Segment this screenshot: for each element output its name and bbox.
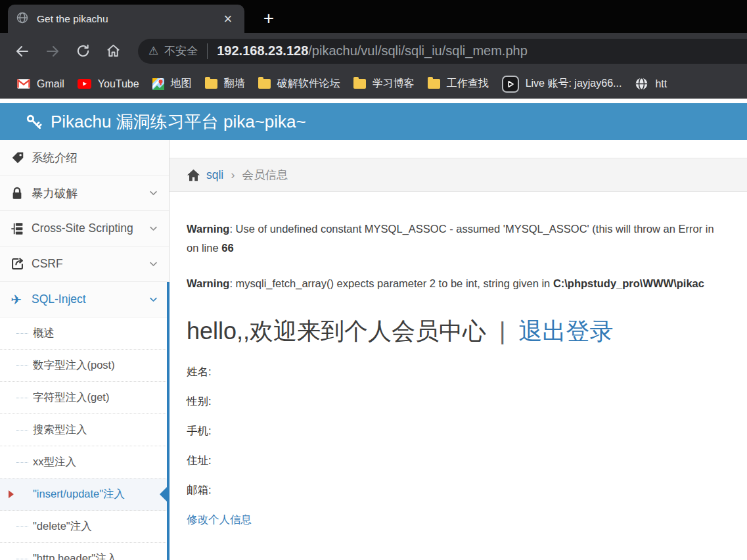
home-button[interactable]	[100, 38, 126, 64]
sidebar-item-xss[interactable]: Cross-Site Scripting	[0, 211, 169, 246]
breadcrumb: sqli › 会员信息	[170, 158, 747, 192]
bookmark-label: 翻墙	[224, 77, 245, 91]
main-content: sqli › 会员信息 Warning: Use of undefined co…	[170, 140, 747, 560]
site-title: Pikachu 漏洞练习平台 pika~pika~	[51, 110, 306, 133]
breadcrumb-current: 会员信息	[242, 167, 288, 183]
submenu-item-http-header[interactable]: "http header"注入	[0, 543, 169, 560]
current-item-arrow-icon	[9, 490, 14, 498]
submenu-item-label: 数字型注入(post)	[33, 358, 115, 373]
bookmark-http[interactable]: htt	[628, 74, 673, 95]
sidebar-item-csrf[interactable]: CSRF	[0, 246, 169, 282]
tag-icon	[11, 151, 32, 165]
home-icon[interactable]	[187, 169, 200, 181]
bookmark-label: 学习博客	[373, 77, 415, 91]
chevron-down-icon	[148, 259, 158, 269]
warning-keyword: Warning	[187, 223, 229, 235]
url-path: /pikachu/vul/sqli/sqli_iu/sqli_mem.php	[308, 43, 528, 58]
page-body: 系统介绍 暴力破解 Cross-Site Scripting	[0, 140, 747, 560]
php-warning-2: Warning: mysqli_fetch_array() expects pa…	[187, 274, 747, 293]
chevron-down-icon	[148, 223, 158, 233]
bookmark-crack-forum[interactable]: 破解软件论坛	[252, 74, 347, 95]
security-status[interactable]: 不安全	[164, 43, 198, 58]
tree-stub	[16, 365, 28, 366]
warning-text: : Use of undefined constant MYSQL_ASSOC …	[229, 223, 713, 235]
submenu-item-label: "delete"注入	[33, 519, 92, 534]
sql-inject-submenu: 概述 数字型注入(post) 字符型注入(get) 搜索型注入 xx型注入	[0, 317, 169, 560]
submenu-item-delete[interactable]: "delete"注入	[0, 511, 169, 543]
browser-tab[interactable]: Get the pikachu ×	[8, 5, 244, 33]
field-email: 邮箱:	[187, 483, 747, 498]
logout-link[interactable]: 退出登录	[518, 317, 613, 344]
bookmark-live-account[interactable]: Live 账号: jayjay66...	[495, 74, 629, 95]
bookmark-label: YouTube	[98, 78, 139, 90]
tree-stub	[16, 398, 28, 398]
forward-button[interactable]	[39, 38, 66, 64]
back-button[interactable]	[9, 38, 35, 64]
active-section-border	[167, 282, 170, 560]
chevron-down-icon	[148, 188, 158, 198]
url-text[interactable]: 192.168.23.128/pikachu/vul/sqli/sqli_iu/…	[217, 43, 528, 58]
sitemap-icon	[11, 222, 32, 235]
sidebar-item-system-intro[interactable]: 系统介绍	[0, 140, 169, 175]
submenu-item-insert-update[interactable]: "insert/update"注入	[0, 478, 169, 511]
sidebar-item-sql-inject[interactable]: ✈ SQL-Inject	[0, 282, 169, 317]
sidebar-item-label: SQL-Inject	[32, 292, 86, 306]
tree-stub	[16, 430, 28, 431]
submenu-item-label: "insert/update"注入	[33, 487, 125, 502]
field-address: 住址:	[187, 454, 747, 468]
live-play-icon	[502, 76, 519, 93]
member-center-heading: hello,,欢迎来到个人会员中心 | 退出登录	[187, 315, 747, 348]
gmail-icon	[17, 79, 30, 89]
field-gender: 性别:	[187, 394, 747, 409]
bookmarks-bar: Gmail YouTube 地图 翻墙 破解软件论坛 学习博客	[0, 69, 747, 99]
bookmark-gmail[interactable]: Gmail	[11, 74, 71, 95]
submenu-item-char-get[interactable]: 字符型注入(get)	[0, 382, 169, 414]
greeting-text: hello,,欢迎来到个人会员中心	[187, 317, 486, 344]
browser-window: Get the pikachu × + ⚠ 不安全 192.168.23.128…	[0, 0, 747, 560]
bookmark-label: 破解软件论坛	[277, 77, 340, 91]
submenu-item-search[interactable]: 搜索型注入	[0, 414, 169, 446]
reload-button[interactable]	[70, 38, 96, 64]
submenu-item-label: 搜索型注入	[33, 423, 87, 437]
selected-pointer-icon	[160, 485, 169, 503]
lock-icon	[11, 186, 32, 200]
warning-file-path: C:\phpstudy_pro\WWW\pikac	[553, 277, 704, 289]
bookmark-youtube[interactable]: YouTube	[71, 74, 146, 95]
youtube-icon	[78, 79, 91, 89]
bookmark-job-search[interactable]: 工作查找	[421, 74, 495, 95]
submenu-item-numeric-post[interactable]: 数字型注入(post)	[0, 350, 169, 382]
breadcrumb-separator: ›	[231, 168, 235, 182]
page-top-gap	[0, 99, 747, 103]
maps-icon	[152, 78, 164, 90]
folder-icon	[258, 79, 271, 89]
warning-keyword: Warning	[187, 277, 229, 289]
sidebar-item-label: CSRF	[32, 257, 63, 271]
edit-profile-link[interactable]: 修改个人信息	[187, 513, 252, 525]
breadcrumb-section-link[interactable]: sqli	[206, 168, 223, 182]
bookmark-label: 工作查找	[447, 77, 489, 91]
tree-stub	[16, 462, 28, 463]
tab-close-icon[interactable]: ×	[219, 11, 237, 28]
tree-stub	[16, 333, 28, 334]
submenu-item-label: "http header"注入	[33, 551, 117, 560]
folder-icon	[428, 79, 440, 89]
warning-line-number: 66	[221, 242, 233, 254]
submenu-item-xx[interactable]: xx型注入	[0, 446, 169, 478]
url-domain: 192.168.23.128	[217, 43, 308, 58]
sidebar-item-brute-force[interactable]: 暴力破解	[0, 175, 169, 211]
tree-stub	[16, 526, 28, 527]
bookmark-maps[interactable]: 地图	[146, 74, 198, 95]
bookmark-study-blog[interactable]: 学习博客	[347, 74, 421, 95]
tab-strip: Get the pikachu × +	[0, 0, 747, 33]
tab-title: Get the pikachu	[37, 13, 219, 25]
bookmark-fanqiang[interactable]: 翻墙	[198, 74, 252, 95]
globe-icon	[635, 77, 648, 91]
address-bar[interactable]: ⚠ 不安全 192.168.23.128/pikachu/vul/sqli/sq…	[138, 39, 747, 64]
submenu-item-label: xx型注入	[33, 455, 76, 469]
submenu-item-overview[interactable]: 概述	[0, 317, 169, 350]
tree-stub	[16, 559, 28, 559]
url-divider	[207, 43, 208, 59]
bookmark-label: htt	[655, 78, 667, 90]
field-name: 姓名:	[187, 365, 747, 379]
new-tab-button[interactable]: +	[258, 8, 280, 29]
